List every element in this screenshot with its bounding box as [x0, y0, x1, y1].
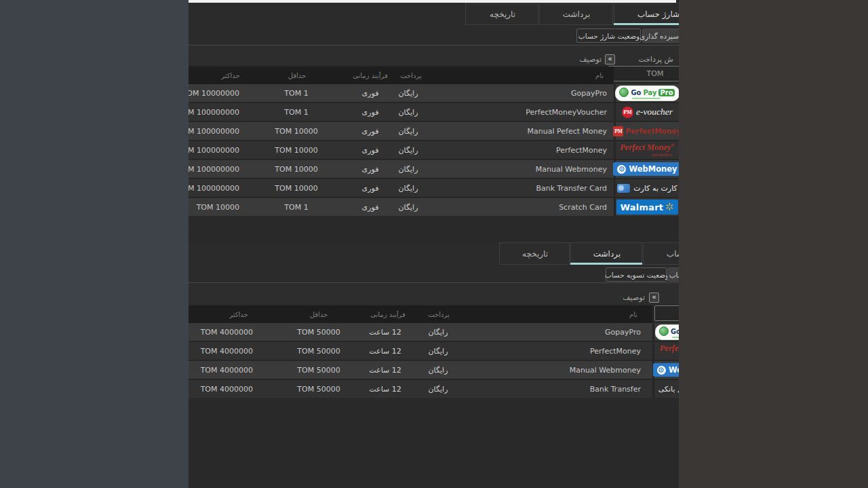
table-row[interactable]: TOM 4000000TOM 5000012 ساعترایگانManual …: [189, 361, 652, 379]
cell-name: GopayPro: [571, 89, 607, 98]
name-filter-input[interactable]: TOM: [608, 66, 679, 81]
cell-min: TOM 1: [284, 203, 308, 212]
tab-history[interactable]: تاریخچه: [499, 242, 570, 265]
row-icon-cell[interactable]: PMe-voucher: [616, 103, 679, 121]
collapse-description-button[interactable]: «: [649, 293, 659, 303]
row-icon-cell[interactable]: کارت به کارت: [616, 179, 679, 197]
gopaypro-tagline: [672, 337, 679, 338]
gopaypro-globe-icon: [659, 326, 669, 336]
table-header-row: حداکثرحداقلفرآیند زمانیپرداختنام: [189, 305, 652, 323]
cell-min: TOM 50000: [297, 366, 340, 375]
cell-name: PerfectMoney: [590, 347, 641, 356]
tab-history[interactable]: تاریخچه: [465, 3, 538, 25]
cell-time: فوری: [362, 165, 379, 174]
cell-time: فوری: [362, 127, 379, 136]
table-row[interactable]: TOM 4000000TOM 5000012 ساعترایگانGopayPr…: [189, 323, 652, 341]
subtab-label: تسویه حساب: [669, 271, 679, 279]
cell-max: TOM 100000000: [189, 165, 239, 174]
subtab-active[interactable]: سپرده گذاری: [642, 29, 679, 43]
cell-time: فوری: [362, 146, 379, 155]
subtab-label: وضعیت شارژ حساب: [578, 32, 639, 40]
table-header-row: حداکثرحداقلفرآیند زمانیپرداختنام: [189, 67, 614, 84]
table-row[interactable]: TOM 100000000TOM 10000فوریرایگانManual P…: [189, 122, 614, 140]
table-row[interactable]: TOM 100000000TOM 1فوریرایگانPerfectMoney…: [189, 103, 614, 121]
cell-max: TOM 4000000: [201, 347, 253, 356]
registered-mark: ®: [671, 143, 675, 148]
column-header-time: فرآیند زمانی: [370, 311, 406, 318]
tab-label: برداشت: [563, 10, 590, 19]
cell-name: Bank Transfer Card: [536, 184, 607, 193]
tab-withdraw[interactable]: برداشت: [539, 3, 613, 25]
webmoney-logo-icon: WebMoney: [613, 162, 679, 176]
walmart-spark-icon: [665, 201, 674, 214]
desktop-background-right: [679, 0, 868, 488]
cell-payment: رایگان: [399, 165, 418, 174]
cell-time: فوری: [362, 89, 379, 98]
table-row[interactable]: TOM 100000000TOM 10000فوریرایگانManual W…: [189, 160, 614, 178]
cell-payment: رایگان: [399, 108, 418, 117]
cell-time: 12 ساعت: [369, 347, 401, 356]
row-icon-cell[interactable]: Walmart: [616, 198, 679, 216]
tab-label: شارژ حساب: [667, 249, 679, 259]
tab-charge-account[interactable]: شارژ حساب: [643, 242, 679, 265]
cell-time: 12 ساعت: [369, 328, 401, 337]
credit-card-icon: [617, 184, 630, 193]
description-column-label: توصیف: [579, 55, 601, 64]
cell-min: TOM 10000: [275, 146, 317, 155]
name-filter-input[interactable]: [654, 305, 679, 321]
table-row[interactable]: TOM 10000000TOM 1فوریرایگانGopayPro: [189, 84, 614, 102]
cell-time: فوری: [362, 108, 379, 117]
cell-name: Manual Webmoney: [570, 366, 641, 375]
subtab-active[interactable]: تسویه حساب: [667, 267, 679, 282]
column-header-min: حداقل: [310, 311, 328, 318]
cell-payment: رایگان: [429, 328, 448, 337]
subtab-label: سپرده گذاری: [639, 32, 679, 40]
cell-payment: رایگان: [399, 146, 418, 155]
collapse-description-button[interactable]: «: [605, 54, 615, 64]
table-row[interactable]: TOM 4000000TOM 5000012 ساعترایگانBank Tr…: [189, 380, 652, 398]
row-icon-cell[interactable]: Perfect Money®just perfect: [616, 141, 679, 159]
row-icon-cell[interactable]: GoPayPro: [616, 84, 679, 102]
cell-time: فوری: [362, 184, 379, 193]
table-row[interactable]: TOM 4000000TOM 5000012 ساعترایگانPerfect…: [189, 342, 652, 360]
pm-evoucher-logo-icon: PMe-voucher: [622, 107, 673, 118]
tab-withdraw[interactable]: برداشت: [570, 242, 642, 265]
payment-method-label: ش پرداخت: [638, 55, 673, 64]
column-header-min: حداقل: [288, 72, 307, 79]
row-icon-cell[interactable]: Perfect Money®just perfect: [654, 342, 679, 360]
row-icon-cell[interactable]: PMPerfectMoney: [616, 122, 679, 140]
perfectmoney-wordmark: Perfect Money: [660, 344, 679, 354]
subtab-status[interactable]: وضعیت تسویه حساب: [606, 267, 667, 282]
tab-charge-account[interactable]: شارژ حساب: [614, 3, 679, 25]
column-header-payment: پرداخت: [428, 311, 450, 318]
cell-payment: رایگان: [429, 366, 448, 375]
table-row[interactable]: TOM 100000000TOM 10000فوریرایگانPerfectM…: [189, 141, 614, 159]
webmoney-globe-icon: [617, 165, 626, 174]
row-icon-cell[interactable]: WebMoney: [654, 361, 679, 379]
table-row[interactable]: TOM 10000TOM 1فوریرایگانScratch Card: [189, 198, 614, 216]
cell-min: TOM 10000: [275, 127, 317, 136]
description-column-label: توصیف: [623, 293, 645, 302]
cell-min: TOM 10000: [275, 165, 317, 174]
cell-name: Manual Webmoney: [536, 165, 607, 174]
cell-time: 12 ساعت: [369, 366, 401, 375]
gopaypro-logo-icon: GoPayPro: [615, 86, 679, 101]
tab-label: برداشت: [593, 249, 620, 259]
row-icon-cell[interactable]: GoPayPro: [654, 323, 679, 341]
card-to-card-icon: کارت به کارت: [617, 184, 677, 193]
row-icon-cell[interactable]: WebMoney: [616, 160, 679, 178]
row-icon-cell[interactable]: انتقال بانکی: [654, 380, 679, 398]
perfectmoney-text-logo-icon: Perfect Money®just perfect: [660, 343, 679, 358]
filter-row-background: [189, 283, 679, 305]
cell-name: GopayPro: [605, 328, 641, 337]
cell-payment: رایگان: [399, 127, 418, 136]
tab-label: تاریخچه: [490, 10, 515, 19]
pm-circle-icon: PM: [622, 107, 633, 118]
subtab-status[interactable]: وضعیت شارژ حساب: [576, 29, 641, 43]
table-row[interactable]: TOM 100000000TOM 10000فوریرایگانBank Tra…: [189, 179, 614, 197]
bank-transfer-label-icon: انتقال بانکی: [658, 385, 679, 394]
cell-min: TOM 1: [284, 108, 308, 117]
cell-min: TOM 50000: [297, 347, 340, 356]
subtab-label: وضعیت تسویه حساب: [605, 271, 669, 279]
column-header-name: نام: [595, 72, 604, 79]
